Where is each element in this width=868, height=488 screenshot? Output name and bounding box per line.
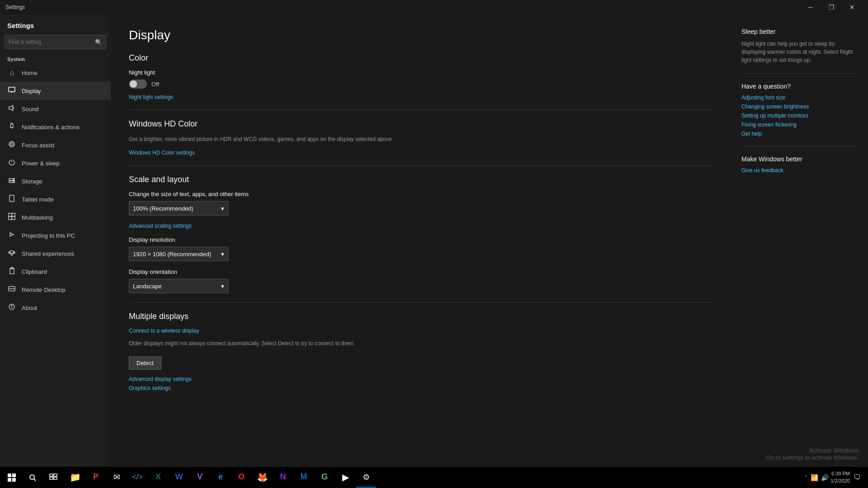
notifications-icon (7, 122, 16, 131)
notifications-center-icon[interactable]: 🗨 (852, 472, 863, 483)
scale-setting: Change the size of text, apps, and other… (129, 191, 714, 216)
sidebar-item-shared[interactable]: Shared experiences (0, 244, 111, 263)
task-view-button[interactable] (43, 468, 63, 488)
svg-rect-0 (9, 87, 15, 92)
taskbar-greenshot[interactable]: G (315, 468, 335, 488)
right-panel-divider-2 (741, 146, 859, 146)
sidebar-item-projecting-label: Projecting to this PC (22, 232, 75, 239)
sidebar-item-sound[interactable]: Sound (0, 100, 111, 118)
taskbar-powerpoint[interactable]: P (86, 468, 106, 488)
link-changing-brightness[interactable]: Changing screen brightness (741, 103, 859, 110)
advanced-display-link[interactable]: Advanced display settings (129, 376, 714, 382)
close-button[interactable]: ✕ (842, 0, 863, 14)
link-multiple-monitors[interactable]: Setting up multiple monitors (741, 113, 859, 119)
shared-icon (7, 249, 16, 258)
sidebar-item-projecting[interactable]: Projecting to this PC (0, 226, 111, 244)
toggle-knob (130, 80, 137, 88)
taskbar-settings[interactable]: ⚙ (356, 468, 376, 488)
link-get-help[interactable]: Get help (741, 131, 859, 137)
search-input[interactable] (9, 39, 95, 45)
hd-color-description: Get a brighter, more vibrant picture in … (129, 135, 714, 143)
search-box[interactable]: 🔍 (5, 35, 106, 49)
orientation-setting: Display orientation Landscape ▾ (129, 268, 714, 293)
taskbar-browser[interactable]: e (211, 468, 231, 488)
search-icon: 🔍 (95, 39, 102, 46)
content-area: Display Color Night light Off Night ligh… (111, 14, 732, 466)
resolution-chevron-icon: ▾ (221, 251, 224, 258)
graphics-settings-link[interactable]: Graphics settings (129, 385, 714, 391)
night-light-toggle[interactable] (129, 80, 147, 89)
taskbar-system-icons: ⌃ 📶 🔊 (804, 474, 829, 481)
sidebar-item-home[interactable]: ⌂ Home (0, 64, 111, 82)
questions-title: Have a question? (741, 83, 859, 90)
title-bar: Settings ─ ❐ ✕ (0, 0, 868, 14)
sidebar-item-display[interactable]: Display (0, 82, 111, 100)
scale-dropdown[interactable]: 100% (Recommended) ▾ (129, 201, 228, 216)
taskbar-word[interactable]: W (169, 468, 189, 488)
taskbar-right: ⌃ 📶 🔊 6:39 PM 1/2/2020 🗨 (804, 470, 866, 484)
orientation-dropdown[interactable]: Landscape ▾ (129, 279, 228, 293)
sleep-title: Sleep better (741, 28, 859, 35)
taskbar-potplayer[interactable]: ▶ (335, 468, 355, 488)
sidebar-item-remote[interactable]: Remote Desktop (0, 281, 111, 299)
activate-line2: Go to Settings to activate Windows. (766, 454, 859, 461)
sidebar-item-clipboard[interactable]: Clipboard (0, 263, 111, 281)
link-adjusting-font[interactable]: Adjusting font size (741, 94, 859, 101)
sidebar-item-notifications[interactable]: Notifications & actions (0, 118, 111, 136)
search-button[interactable] (23, 468, 42, 488)
svg-line-36 (34, 479, 36, 481)
taskbar-outlook[interactable]: M (294, 468, 314, 488)
taskbar-chevron-icon[interactable]: ⌃ (804, 475, 808, 480)
taskbar-left (2, 468, 63, 488)
focus-icon (7, 141, 16, 150)
activate-watermark: Activate Windows Go to Settings to activ… (766, 447, 859, 461)
taskbar-onenote[interactable]: N (273, 468, 293, 488)
taskbar-opera[interactable]: O (231, 468, 251, 488)
hd-color-setting: Get a brighter, more vibrant picture in … (129, 135, 714, 156)
night-light-toggle-row: Off (129, 80, 714, 89)
sidebar-item-sound-label: Sound (22, 106, 39, 113)
about-icon (7, 303, 16, 312)
multitasking-icon (7, 213, 16, 222)
svg-rect-34 (12, 478, 16, 482)
night-light-settings-link[interactable]: Night light settings (129, 94, 173, 100)
sidebar-item-about-label: About (22, 305, 37, 311)
taskbar-mail[interactable]: ✉ (107, 468, 127, 488)
sidebar-item-storage[interactable]: Storage (0, 172, 111, 190)
taskbar-excel[interactable]: X (148, 468, 168, 488)
sidebar-item-multitasking[interactable]: Multitasking (0, 208, 111, 226)
divider-1 (129, 110, 714, 110)
resolution-dropdown[interactable]: 868 × 488 (Recommended) ▾ (129, 247, 228, 261)
night-light-label: Night light (129, 69, 714, 76)
orientation-selected-value: Landscape (133, 283, 162, 290)
sidebar-item-focus-label: Focus assist (22, 142, 54, 149)
sidebar-item-about[interactable]: About (0, 299, 111, 317)
minimize-button[interactable]: ─ (800, 0, 821, 14)
sidebar-item-power[interactable]: Power & sleep (0, 154, 111, 172)
taskbar-firefox[interactable]: 🦊 (252, 468, 272, 488)
taskbar-clock[interactable]: 6:39 PM 1/2/2020 (830, 470, 850, 484)
svg-point-10 (13, 179, 14, 180)
sidebar: Settings 🔍 System ⌂ Home Display Sound (0, 14, 111, 466)
taskbar-vscode[interactable]: </> (127, 468, 147, 488)
svg-rect-33 (8, 478, 11, 482)
right-panel: Sleep better Night light can help you ge… (732, 14, 868, 466)
night-light-setting: Night light Off Night light settings (129, 69, 714, 101)
hd-color-settings-link[interactable]: Windows HD Color settings (129, 150, 195, 156)
link-fixing-flickering[interactable]: Fixing screen flickering (741, 122, 859, 128)
taskbar-explorer[interactable]: 📁 (65, 468, 85, 488)
svg-rect-16 (9, 216, 12, 220)
sidebar-section-label: System (0, 54, 111, 64)
restore-button[interactable]: ❐ (821, 0, 842, 14)
svg-marker-3 (9, 105, 13, 111)
start-button[interactable] (2, 468, 22, 488)
sidebar-item-focus[interactable]: Focus assist (0, 136, 111, 154)
advanced-scaling-link[interactable]: Advanced scaling settings (129, 223, 714, 229)
svg-rect-40 (54, 477, 57, 479)
sidebar-item-tablet[interactable]: Tablet mode (0, 190, 111, 208)
wireless-display-link[interactable]: Connect to a wireless display (129, 328, 714, 334)
detect-button[interactable]: Detect (129, 357, 161, 370)
taskbar-date-display: 1/2/2020 (830, 478, 850, 484)
feedback-link[interactable]: Give us feedback (741, 167, 859, 174)
taskbar-dev[interactable]: V (190, 468, 210, 488)
